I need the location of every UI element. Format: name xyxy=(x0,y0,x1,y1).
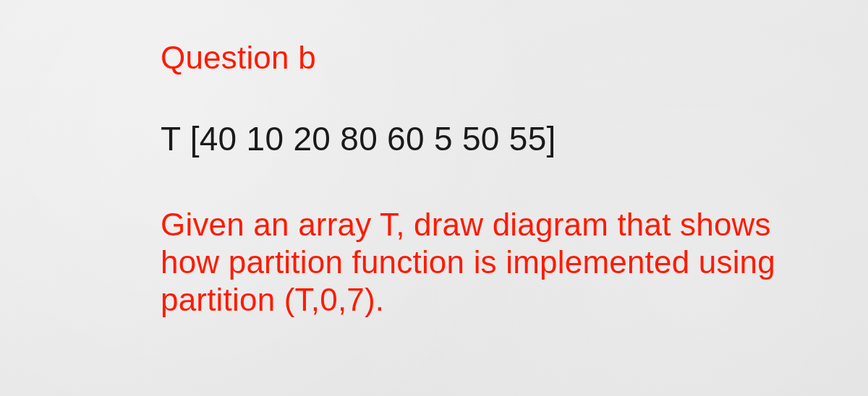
array-definition: T [40 10 20 80 60 5 50 55] xyxy=(161,119,826,158)
question-heading: Question b xyxy=(161,40,826,76)
question-content: Question b T [40 10 20 80 60 5 50 55] Gi… xyxy=(161,40,826,319)
question-prompt: Given an array T, draw diagram that show… xyxy=(161,206,826,319)
